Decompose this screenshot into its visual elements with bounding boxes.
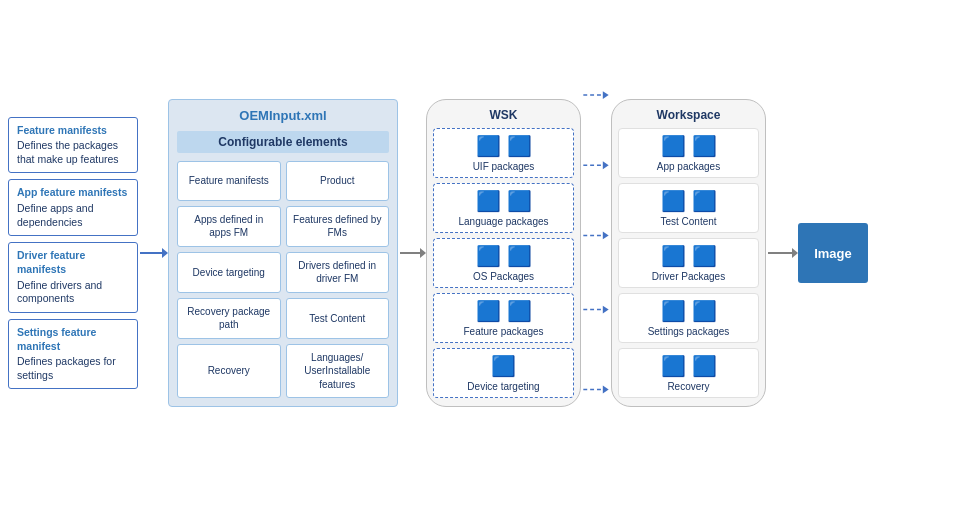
wsk-os-icon-2: 🟦	[507, 244, 532, 268]
oeminput-title: OEMInput.xml	[177, 108, 389, 123]
image-label: Image	[814, 246, 852, 261]
app-feature-manifests-title: App feature manifests	[17, 186, 129, 200]
app-feature-manifests-card: App feature manifests Define apps and de…	[8, 179, 138, 236]
workspace-recovery-icons: 🟦 🟦	[661, 354, 717, 378]
wsk-language-label: Language packages	[458, 216, 548, 227]
wsk-title: WSK	[433, 108, 574, 122]
ws-test-icon-2: 🟦	[692, 189, 717, 213]
config-cell-drivers-fm: Drivers defined in driver FM	[286, 252, 390, 293]
wsk-language-icons: 🟦 🟦	[476, 189, 532, 213]
wsk-device-label: Device targeting	[467, 381, 539, 392]
workspace-settings-icons: 🟦 🟦	[661, 299, 717, 323]
wsk-feat-icon-1: 🟦	[476, 299, 501, 323]
wsk-feature-label: Feature packages	[463, 326, 543, 337]
wsk-item-device: 🟦 Device targeting	[433, 348, 574, 398]
wsk-os-icon-1: 🟦	[476, 244, 501, 268]
configurable-label: Configurable elements	[177, 131, 389, 153]
wsk-feat-icon-2: 🟦	[507, 299, 532, 323]
ws-settings-icon-2: 🟦	[692, 299, 717, 323]
wsk-item-uif: 🟦 🟦 UIF packages	[433, 128, 574, 178]
app-feature-manifests-desc: Define apps and dependencies	[17, 202, 129, 229]
config-cell-languages: Languages/ UserInstallable features	[286, 344, 390, 399]
workspace-item-driver: 🟦 🟦 Driver Packages	[618, 238, 759, 288]
feature-manifests-title: Feature manifests	[17, 124, 129, 138]
wsk-lang-icon-1: 🟦	[476, 189, 501, 213]
ws-settings-icon-1: 🟦	[661, 299, 686, 323]
workspace-item-settings: 🟦 🟦 Settings packages	[618, 293, 759, 343]
feature-manifests-desc: Defines the packages that make up featur…	[17, 139, 129, 166]
workspace-driver-label: Driver Packages	[652, 271, 725, 282]
wsk-uif-icons: 🟦 🟦	[476, 134, 532, 158]
config-cell-feature-manifests: Feature manifests	[177, 161, 281, 201]
wsk-item-language: 🟦 🟦 Language packages	[433, 183, 574, 233]
svg-marker-9	[603, 232, 609, 240]
config-cell-recovery-path: Recovery package path	[177, 298, 281, 339]
arrow-sidebar-to-oeminput	[138, 243, 168, 263]
config-cell-product: Product	[286, 161, 390, 201]
ws-test-icon-1: 🟦	[661, 189, 686, 213]
config-cell-test-content: Test Content	[286, 298, 390, 339]
svg-marker-11	[603, 306, 609, 314]
workspace-app-icons: 🟦 🟦	[661, 134, 717, 158]
svg-marker-7	[603, 161, 609, 169]
arrow-oeminput-to-wsk	[398, 243, 426, 263]
oeminput-box: OEMInput.xml Configurable elements Featu…	[168, 99, 398, 408]
settings-feature-manifest-card: Settings feature manifest Defines packag…	[8, 319, 138, 390]
ws-app-icon-2: 🟦	[692, 134, 717, 158]
ws-driver-icon-1: 🟦	[661, 244, 686, 268]
diagram: Feature manifests Defines the packages t…	[0, 0, 971, 506]
workspace-test-label: Test Content	[660, 216, 716, 227]
driver-feature-manifests-card: Driver feature manifests Define drivers …	[8, 242, 138, 313]
settings-feature-manifest-title: Settings feature manifest	[17, 326, 129, 353]
ws-driver-icon-2: 🟦	[692, 244, 717, 268]
driver-feature-manifests-desc: Define drivers and components	[17, 279, 129, 306]
wsk-item-os: 🟦 🟦 OS Packages	[433, 238, 574, 288]
wsk-lang-icon-2: 🟦	[507, 189, 532, 213]
wsk-uif-label: UIF packages	[473, 161, 535, 172]
ws-recovery-icon-2: 🟦	[692, 354, 717, 378]
image-box: Image	[798, 223, 868, 283]
ws-app-icon-1: 🟦	[661, 134, 686, 158]
wsk-column: WSK 🟦 🟦 UIF packages 🟦 🟦 Language packag…	[426, 99, 581, 407]
wsk-device-icons: 🟦	[491, 354, 516, 378]
workspace-test-icons: 🟦 🟦	[661, 189, 717, 213]
wsk-item-feature: 🟦 🟦 Feature packages	[433, 293, 574, 343]
config-grid: Feature manifests Product Apps defined i…	[177, 161, 389, 399]
workspace-item-recovery: 🟦 🟦 Recovery	[618, 348, 759, 398]
workspace-app-label: App packages	[657, 161, 720, 172]
svg-marker-5	[603, 91, 609, 99]
left-sidebar: Feature manifests Defines the packages t…	[8, 117, 138, 390]
workspace-item-test: 🟦 🟦 Test Content	[618, 183, 759, 233]
config-cell-recovery: Recovery	[177, 344, 281, 399]
wsk-feature-icons: 🟦 🟦	[476, 299, 532, 323]
workspace-column: Workspace 🟦 🟦 App packages 🟦 🟦 Test Cont…	[611, 99, 766, 407]
arrow-workspace-to-image	[766, 243, 798, 263]
workspace-settings-label: Settings packages	[648, 326, 730, 337]
config-cell-features-fms: Features defined by FMs	[286, 206, 390, 247]
feature-manifests-card: Feature manifests Defines the packages t…	[8, 117, 138, 174]
wsk-dev-icon-1: 🟦	[491, 354, 516, 378]
config-cell-apps-fm: Apps defined in apps FM	[177, 206, 281, 247]
svg-marker-13	[603, 386, 609, 394]
workspace-item-app: 🟦 🟦 App packages	[618, 128, 759, 178]
wsk-uif-icon-1: 🟦	[476, 134, 501, 158]
wsk-os-icons: 🟦 🟦	[476, 244, 532, 268]
arrows-wsk-to-workspace	[581, 38, 611, 468]
settings-feature-manifest-desc: Defines packages for settings	[17, 355, 129, 382]
driver-feature-manifests-title: Driver feature manifests	[17, 249, 129, 276]
workspace-title: Workspace	[618, 108, 759, 122]
ws-recovery-icon-1: 🟦	[661, 354, 686, 378]
wsk-os-label: OS Packages	[473, 271, 534, 282]
workspace-driver-icons: 🟦 🟦	[661, 244, 717, 268]
workspace-recovery-label: Recovery	[667, 381, 709, 392]
config-cell-device-targeting: Device targeting	[177, 252, 281, 293]
wsk-uif-icon-2: 🟦	[507, 134, 532, 158]
